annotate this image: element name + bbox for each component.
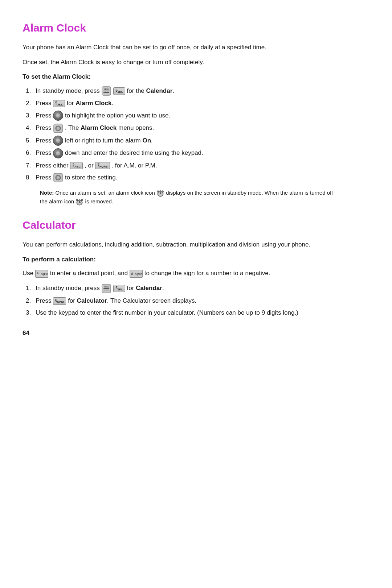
step-7-text-after: . for A.M. or P.M. — [111, 162, 157, 169]
step-4: Press . The Alarm Clock menu opens. — [33, 123, 369, 133]
svg-rect-16 — [160, 190, 161, 191]
calculator-subheading: To perform a calculation: — [23, 255, 369, 264]
calc-key-5jkl: 5JKL — [113, 285, 125, 293]
step-3: Press to highlight the option you want t… — [33, 111, 369, 121]
calculator-use-text: Use *· space to enter a decimal point, a… — [23, 268, 369, 278]
use-text-2: to enter a decimal point, and — [50, 270, 130, 277]
ok-button-icon-8 — [53, 173, 63, 183]
page-number: 64 — [23, 328, 369, 338]
svg-rect-3 — [103, 92, 109, 93]
key-7pqrs: 7PQRS — [95, 162, 110, 170]
key-6mno: 6MNO — [53, 297, 66, 305]
note-block: Note: Once an alarm is set, an alarm clo… — [40, 189, 338, 206]
svg-text:Space: Space — [135, 272, 143, 276]
note-text-removed: is removed. — [85, 198, 114, 204]
nav-button-icon-3 — [53, 111, 63, 121]
menu-button-icon: MENU — [101, 86, 111, 96]
key-5jkl-1: 5JKL — [113, 87, 125, 95]
svg-text:#: # — [131, 272, 133, 276]
calc-step-2-text-after: for Calculator. The Calculator screen di… — [68, 297, 196, 304]
alarm-clock-icon-2 — [75, 198, 83, 206]
svg-rect-13 — [160, 194, 162, 194]
step-6: Press down and enter the desired time us… — [33, 148, 369, 158]
step-8: Press to store the setting. — [33, 173, 369, 183]
calc-step-3: Use the keypad to enter the first number… — [33, 308, 369, 318]
calc-step-2: Press 6MNO for Calculator. The Calculato… — [33, 296, 369, 306]
calc-step-2-text-before: Press — [36, 297, 53, 304]
svg-rect-2 — [103, 91, 109, 91]
svg-rect-20 — [79, 202, 81, 203]
calculator-section: Calculator You can perform calculations,… — [23, 217, 369, 318]
svg-rect-32 — [103, 288, 109, 289]
step-7: Press either 2ABC , or 7PQRS . for A.M. … — [33, 161, 369, 170]
calculator-title: Calculator — [23, 217, 369, 233]
step-7-text-before: Press either — [36, 162, 70, 169]
step-8-text-after: to store the setting. — [65, 174, 118, 181]
step-6-text-after: down and enter the desired time using th… — [65, 149, 203, 156]
step-1: In standby mode, press MENU 5JKL for the… — [33, 86, 369, 96]
use-text-3: to change the sign for a number to a neg… — [144, 270, 270, 277]
hash-key-icon: # Space — [130, 270, 144, 277]
step-3-text-before: Press — [36, 112, 53, 119]
calc-step-1-text-after: for Calendar. — [127, 285, 164, 291]
ok-button-icon-4 — [53, 123, 63, 133]
star-key-icon: *· space — [35, 270, 50, 277]
alarm-clock-steps: In standby mode, press MENU 5JKL for the… — [33, 86, 369, 183]
step-7-text-middle: , or — [85, 162, 95, 169]
step-5-text-after: left or right to turn the alarm On. — [65, 137, 153, 144]
step-2-text-after: for Alarm Clock. — [67, 100, 114, 107]
calculator-para1: You can perform calculations, including … — [23, 240, 369, 249]
svg-point-6 — [57, 127, 60, 130]
key-5jkl-2: 5JKL — [53, 100, 65, 108]
svg-text:space: space — [41, 272, 48, 276]
alarm-clock-para2: Once set, the Alarm Clock is easy to cha… — [23, 57, 369, 67]
alarm-clock-para1: Your phone has an Alarm Clock that can b… — [23, 42, 369, 52]
svg-text:*·: *· — [37, 272, 40, 276]
step-2-text-before: Press — [36, 100, 53, 107]
step-5-text-before: Press — [36, 137, 53, 144]
nav-button-icon-6 — [53, 148, 63, 158]
svg-rect-23 — [79, 199, 80, 200]
step-5: Press left or right to turn the alarm On… — [33, 136, 369, 146]
svg-point-9 — [57, 176, 60, 179]
svg-text:MENU: MENU — [104, 286, 109, 288]
calc-menu-button: MENU — [101, 283, 111, 294]
step-4-text-after: . The Alarm Clock menu opens. — [65, 124, 154, 131]
alarm-clock-title: Alarm Clock — [23, 20, 369, 36]
nav-button-icon-5 — [53, 136, 63, 146]
alarm-clock-subheading: To set the Alarm Clock: — [23, 72, 369, 82]
key-2abc: 2ABC — [70, 162, 83, 170]
calc-step-3-text: Use the keypad to enter the first number… — [36, 309, 298, 316]
calculator-steps: In standby mode, press MENU 5JKL for Cal… — [33, 283, 369, 318]
svg-rect-33 — [103, 290, 109, 290]
step-1-text-before: In standby mode, press — [36, 87, 101, 94]
step-2: Press 5JKL for Alarm Clock. — [33, 98, 369, 108]
svg-text:MENU: MENU — [104, 88, 109, 90]
calc-step-1-text: In standby mode, press — [36, 285, 101, 291]
note-label: Note: Once an alarm is set, an alarm clo… — [40, 190, 156, 196]
step-6-text-before: Press — [36, 149, 53, 156]
step-1-text-after: for the Calendar. — [127, 87, 174, 94]
calc-step-1: In standby mode, press MENU 5JKL for Cal… — [33, 283, 369, 294]
alarm-clock-icon-1 — [156, 189, 164, 197]
step-8-text-before: Press — [36, 174, 53, 181]
step-3-text-after: to highlight the option you want to use. — [65, 112, 170, 119]
use-text-1: Use — [23, 270, 35, 277]
step-4-text-before: Press — [36, 124, 53, 131]
